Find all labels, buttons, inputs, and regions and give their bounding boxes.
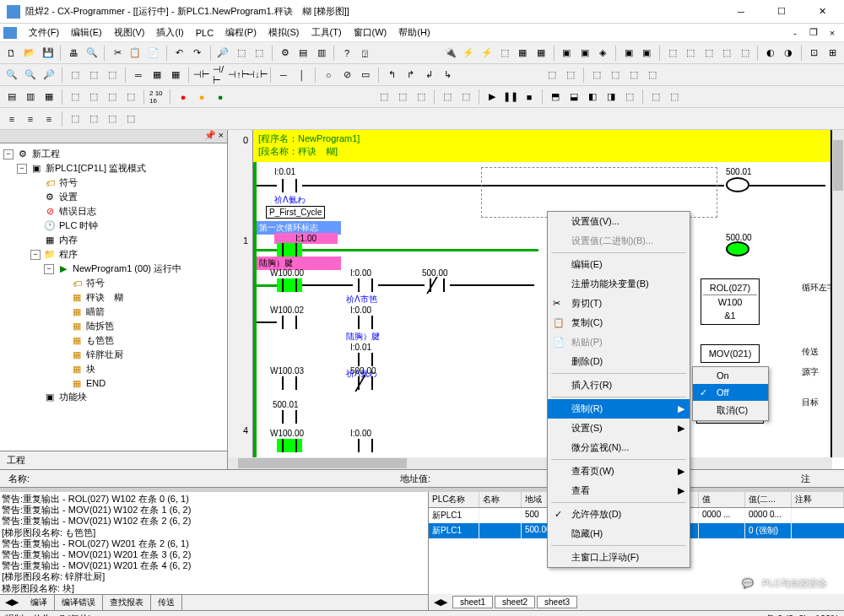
tb-d7[interactable]: ◑	[781, 45, 797, 62]
output-tab-find[interactable]: 查找报表	[103, 595, 151, 610]
menu-edit[interactable]: 编辑(E)	[66, 24, 107, 41]
tree-programs[interactable]: −📁程序	[30, 247, 224, 262]
ctx-set[interactable]: 设置(S)▶	[548, 419, 690, 438]
tb2-a1[interactable]: 🔍	[3, 67, 20, 84]
tb-c9[interactable]: ▣	[620, 45, 636, 62]
menu-help[interactable]: 帮助(H)	[393, 24, 435, 41]
tb-d9[interactable]: ⊞	[825, 45, 841, 62]
contact[interactable]	[277, 376, 302, 390]
hline-button[interactable]: ─	[275, 67, 292, 84]
tree-section[interactable]: ▦锌胖壮厨	[57, 348, 224, 362]
tree-section[interactable]: 🏷符号	[57, 276, 224, 290]
ctx-view-page[interactable]: 查看页(W)▶	[548, 462, 690, 481]
tree-newprogram[interactable]: −▶NewProgram1 (00) 运行中	[44, 262, 224, 276]
undo-button[interactable]: ↶	[171, 45, 187, 62]
instruction-button[interactable]: ▭	[357, 67, 374, 84]
redo-button[interactable]: ↷	[189, 45, 205, 62]
tb2-d1[interactable]: ⬚	[544, 67, 560, 84]
tree-memory[interactable]: ▦内存	[30, 233, 224, 247]
tb3-c4[interactable]: ◨	[603, 89, 619, 105]
tb-d5[interactable]: ⬚	[737, 45, 753, 62]
print-button[interactable]: 🖶	[65, 45, 81, 62]
menu-window[interactable]: 窗口(W)	[349, 24, 392, 41]
contact[interactable]	[353, 353, 378, 366]
contact-nc[interactable]	[353, 376, 378, 390]
tb3-a4[interactable]: ⬚	[67, 89, 84, 105]
tb2-c2[interactable]: ↱	[402, 67, 419, 84]
tree-pin-icon[interactable]: 📌 ×	[204, 130, 224, 143]
ctx-cut[interactable]: ✂剪切(T)	[548, 294, 690, 313]
stop-button[interactable]: ■	[521, 89, 538, 105]
ctx-register-fb[interactable]: 注册功能块变量(B)	[548, 274, 690, 294]
tb-c6[interactable]: ▣	[559, 45, 575, 62]
tb3-a11[interactable]: ●	[212, 89, 229, 105]
coil-button[interactable]: ○	[320, 67, 337, 84]
tb-c3[interactable]: ⬚	[496, 45, 512, 62]
ctx-force-on[interactable]: On	[693, 367, 768, 384]
tb4-a4[interactable]: ⬚	[122, 111, 139, 127]
tb-c5[interactable]: ▦	[533, 45, 549, 62]
tb3-a7[interactable]: ⬚	[122, 89, 139, 105]
tree-section[interactable]: ▦陆拆笆	[57, 319, 224, 333]
tb2-b3[interactable]: ⊣↑⊢	[230, 67, 247, 84]
tb3-c3[interactable]: ◧	[584, 89, 601, 105]
tb3-a1[interactable]: ▤	[3, 89, 20, 105]
coil-nc-button[interactable]: ⊘	[338, 67, 355, 84]
contact-on[interactable]	[277, 243, 302, 257]
tb-d4[interactable]: ⬚	[718, 45, 734, 62]
contact-on[interactable]	[277, 278, 302, 292]
tb3-c2[interactable]: ⬓	[565, 89, 582, 105]
tb3-c7[interactable]: ⬚	[666, 89, 683, 105]
tb2-a3[interactable]: 🔎	[41, 67, 57, 84]
tree-section[interactable]: ▦も笆笆	[57, 333, 224, 348]
tree-errorlog[interactable]: ⊘错误日志	[30, 204, 224, 219]
new-button[interactable]: 🗋	[3, 45, 19, 62]
tb3-a10[interactable]: ●	[193, 89, 210, 105]
output-tab-errors[interactable]: 编译错误	[55, 595, 103, 610]
coil-on[interactable]	[726, 241, 749, 257]
cut-button[interactable]: ✂	[109, 45, 125, 62]
tb2-a9[interactable]: ▦	[167, 67, 184, 84]
watch-tab-sheet3[interactable]: sheet3	[537, 596, 577, 608]
menu-view[interactable]: 视图(V)	[109, 24, 150, 41]
ctx-setvalue-bin[interactable]: 设置值(二进制)(B)...	[548, 231, 690, 251]
tb3-b2[interactable]: ⬚	[394, 89, 411, 105]
watch-col-val[interactable]: 值	[699, 492, 745, 507]
menu-file[interactable]: 文件(F)	[24, 24, 64, 41]
tb2-d4[interactable]: ⬚	[607, 67, 624, 84]
tree-toggle-icon[interactable]: −	[17, 164, 27, 174]
watch-col-valb[interactable]: 值(二...	[745, 492, 792, 507]
preview-button[interactable]: 🔍	[84, 45, 100, 62]
ctx-view[interactable]: 查看▶	[548, 481, 690, 500]
open-button[interactable]: 📂	[21, 45, 37, 62]
ctx-edit[interactable]: 编辑(E)	[548, 255, 690, 274]
tb3-b3[interactable]: ⬚	[413, 89, 430, 105]
tb-c8[interactable]: ◈	[595, 45, 611, 62]
tb2-a6[interactable]: ⬚	[104, 67, 121, 84]
tree-section[interactable]: ▦块	[57, 362, 224, 376]
tb2-a2[interactable]: 🔍	[22, 67, 39, 84]
tb4-a3[interactable]: ⬚	[104, 111, 121, 127]
tb-b4[interactable]: ▥	[313, 45, 329, 62]
pause-button[interactable]: ❚❚	[502, 89, 519, 105]
contact[interactable]	[277, 410, 302, 424]
tree-section-end[interactable]: ▦END	[57, 376, 224, 390]
contact-on[interactable]	[277, 439, 302, 452]
contact-nc-button[interactable]: ⊣/⊢	[212, 67, 229, 84]
vscrollbar[interactable]	[832, 130, 844, 457]
find-button[interactable]: 🔎	[215, 45, 231, 62]
align-center-button[interactable]: ≡	[22, 111, 39, 127]
tb-d2[interactable]: ⬚	[682, 45, 698, 62]
tb-d1[interactable]: ⬚	[664, 45, 680, 62]
tb3-a6[interactable]: ⬚	[104, 89, 121, 105]
save-button[interactable]: 💾	[40, 45, 56, 62]
tb-d3[interactable]: ⬚	[701, 45, 717, 62]
align-left-button[interactable]: ≡	[3, 111, 20, 127]
ctx-force-off[interactable]: ✓Off	[693, 384, 768, 401]
contact[interactable]	[353, 278, 378, 292]
tree-clock[interactable]: 🕐PLC 时钟	[30, 219, 224, 233]
minimize-button[interactable]: ─	[726, 2, 756, 22]
vline-button[interactable]: │	[294, 67, 311, 84]
contact[interactable]	[353, 439, 378, 452]
tb3-c1[interactable]: ⬒	[547, 89, 564, 105]
